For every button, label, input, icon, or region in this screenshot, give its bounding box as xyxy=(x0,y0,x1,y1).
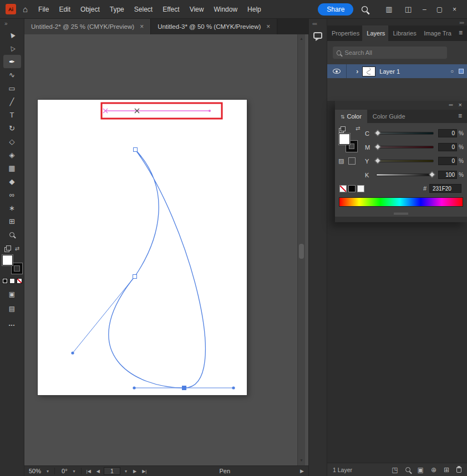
tab-color[interactable]: ⇅Color xyxy=(335,110,367,123)
tab-libraries[interactable]: Libraries xyxy=(388,25,419,41)
tool-paintbrush[interactable]: ╱ xyxy=(3,95,21,108)
tool-shape-builder[interactable]: ◈ xyxy=(3,148,21,161)
zoom-level[interactable]: 50% xyxy=(24,468,43,474)
search-input[interactable] xyxy=(344,49,443,56)
draw-mode-icon[interactable]: ▣ xyxy=(0,290,24,298)
swap-colors-icon[interactable]: ⇄ xyxy=(356,125,360,131)
menu-view[interactable]: View xyxy=(185,0,209,19)
layer-name[interactable]: Layer 1 xyxy=(379,68,400,75)
tool-pen[interactable]: ✒ xyxy=(3,55,21,68)
last-artboard-icon[interactable]: ▶| xyxy=(139,469,149,474)
make-mask-icon[interactable]: ▣ xyxy=(418,466,424,474)
tool-zoom[interactable] xyxy=(3,228,21,241)
handle-line-middle[interactable] xyxy=(73,277,135,353)
tool-artboard[interactable]: ⊞ xyxy=(3,214,21,228)
stroke-swatch[interactable] xyxy=(12,263,22,274)
yellow-slider-track[interactable] xyxy=(376,160,434,162)
scrollbar-thumb[interactable] xyxy=(299,244,304,259)
vertical-scrollbar[interactable]: ▲ ▼ xyxy=(297,34,305,465)
slider-handle[interactable] xyxy=(374,144,380,150)
arrange-documents-icon[interactable]: ◫ xyxy=(405,5,412,13)
screen-mode-icon[interactable]: ▤ xyxy=(0,305,24,313)
swap-fill-stroke-icon[interactable]: ⇄ xyxy=(15,245,19,252)
workspace-switcher-icon[interactable]: ▥ xyxy=(385,5,392,13)
artboard[interactable] xyxy=(38,100,247,395)
doc-tab-untitled-2[interactable]: Untitled-2* @ 25 % (CMYK/Preview) × xyxy=(24,19,151,34)
none-chip[interactable] xyxy=(17,278,22,284)
none-square-icon[interactable] xyxy=(348,157,356,165)
magenta-value-field[interactable]: 0 xyxy=(438,143,457,151)
panel-menu-icon[interactable]: ≡ xyxy=(454,25,467,41)
close-button[interactable]: × xyxy=(453,6,456,13)
handle-end-bottom-left[interactable] xyxy=(133,386,135,389)
anchor-top[interactable] xyxy=(134,148,138,152)
default-fill-stroke-icon[interactable] xyxy=(4,245,11,252)
color-spectrum-bar[interactable] xyxy=(339,197,463,207)
bezier-path[interactable] xyxy=(109,150,206,388)
search-icon[interactable] xyxy=(362,6,368,12)
layer-expand-icon[interactable]: › xyxy=(356,67,358,75)
comments-icon[interactable] xyxy=(313,32,322,39)
tab-layers[interactable]: Layers xyxy=(362,25,388,41)
locate-object-icon[interactable] xyxy=(405,467,410,472)
home-icon[interactable]: ⌂ xyxy=(23,4,28,14)
pattern-icon[interactable]: ▨ xyxy=(338,157,344,165)
selection-color-chip[interactable] xyxy=(459,69,464,74)
next-artboard-icon[interactable]: ▶ xyxy=(130,469,139,474)
fill-swatch[interactable] xyxy=(2,255,13,265)
tab-close-icon[interactable]: × xyxy=(266,23,270,30)
slider-handle[interactable] xyxy=(429,171,435,177)
panel-resize-grip[interactable] xyxy=(394,213,408,216)
artboard-dropdown-icon[interactable]: ▾ xyxy=(121,469,130,474)
scroll-up-icon[interactable]: ▲ xyxy=(298,37,305,40)
scroll-down-icon[interactable]: ▼ xyxy=(298,458,305,462)
dock-collapse-icon[interactable]: «« xyxy=(309,19,327,27)
tool-selection[interactable]: ▶ xyxy=(3,28,21,42)
menu-help[interactable]: Help xyxy=(242,0,266,19)
tool-rectangle[interactable]: ▭ xyxy=(3,81,21,95)
tab-color-guide[interactable]: Color Guide xyxy=(367,110,411,123)
menu-type[interactable]: Type xyxy=(105,0,129,19)
app-logo-icon[interactable]: Ai xyxy=(6,4,16,14)
tool-blend[interactable]: ∞ xyxy=(3,188,21,201)
tool-rotate[interactable]: ↻ xyxy=(3,121,21,135)
hex-value-field[interactable]: 231F20 xyxy=(429,184,461,193)
menu-object[interactable]: Object xyxy=(75,0,105,19)
collect-for-export-icon[interactable]: ◳ xyxy=(392,466,398,474)
dock-expand-icon[interactable]: »» xyxy=(459,20,464,25)
tool-symbol-sprayer[interactable]: ∗ xyxy=(3,201,21,214)
black-value-field[interactable]: 100 xyxy=(438,171,457,179)
anchor-bottom[interactable] xyxy=(182,386,186,390)
menu-file[interactable]: File xyxy=(33,0,54,19)
menu-edit[interactable]: Edit xyxy=(54,0,75,19)
tool-eyedropper[interactable]: ◆ xyxy=(3,175,21,188)
new-layer-icon[interactable]: ⊞ xyxy=(444,466,449,474)
magenta-slider-track[interactable] xyxy=(376,146,434,149)
anchor-middle[interactable] xyxy=(133,275,137,279)
edit-toolbar-icon[interactable]: ••• xyxy=(0,323,24,327)
yellow-value-field[interactable]: 0 xyxy=(438,157,457,165)
target-circle-icon[interactable]: ○ xyxy=(450,68,454,74)
tool-mesh[interactable]: ▦ xyxy=(3,161,21,175)
first-artboard-icon[interactable]: |◀ xyxy=(84,469,94,474)
cyan-value-field[interactable]: 0 xyxy=(438,129,457,137)
statusbar-expand-icon[interactable]: ▶ xyxy=(300,468,308,474)
lock-column[interactable] xyxy=(346,64,355,78)
delete-layer-icon[interactable] xyxy=(456,467,461,473)
gradient-chip[interactable] xyxy=(9,278,15,284)
tab-image-trace[interactable]: Image Tra xyxy=(419,25,454,41)
tool-direct-selection[interactable]: ▷ xyxy=(3,42,21,55)
tool-eraser[interactable]: ◇ xyxy=(3,135,21,148)
tab-properties[interactable]: Properties xyxy=(327,25,362,41)
rotation-value[interactable]: 0° xyxy=(57,468,70,474)
tool-curvature[interactable]: ∿ xyxy=(3,68,21,81)
artboard-number-field[interactable]: 1 xyxy=(104,467,120,475)
tool-type[interactable]: T xyxy=(3,108,21,121)
previous-artboard-icon[interactable]: ◀ xyxy=(94,469,103,474)
slider-handle[interactable] xyxy=(374,130,380,136)
color-panel-menu-icon[interactable]: ≡ xyxy=(453,110,467,123)
layer-row[interactable]: › Layer 1 ○ xyxy=(327,64,467,78)
color-chip[interactable] xyxy=(2,278,8,284)
rotation-dropdown-icon[interactable]: ▾ xyxy=(70,469,79,474)
visibility-eye-icon[interactable] xyxy=(333,69,341,74)
